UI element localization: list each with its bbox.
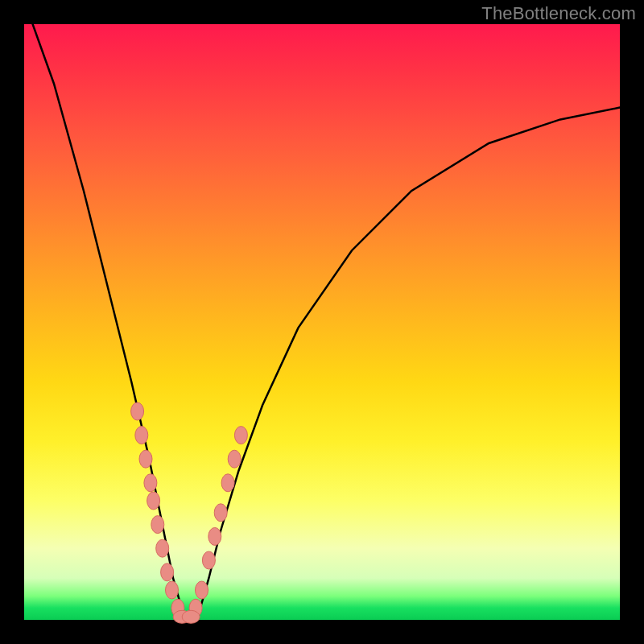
curve-marker (202, 551, 215, 569)
curve-marker (135, 427, 148, 444)
plot-area (24, 24, 620, 620)
chart-svg (24, 24, 620, 620)
curve-marker (182, 610, 200, 623)
curve-marker (234, 427, 247, 444)
curve-marker (131, 402, 144, 420)
curve-marker (156, 539, 169, 557)
curve-marker (144, 474, 157, 492)
curve-marker (151, 516, 164, 534)
chart-frame: TheBottleneck.com (0, 0, 644, 644)
curve-marker (139, 450, 152, 468)
curve-marker (166, 581, 179, 599)
curve-marker (228, 450, 241, 468)
curve-marker (196, 581, 208, 599)
curve-markers (131, 402, 248, 623)
curve-marker (221, 474, 234, 492)
curve-marker (161, 564, 174, 581)
watermark-text: TheBottleneck.com (481, 3, 636, 24)
curve-marker (208, 527, 221, 545)
curve-marker (214, 504, 227, 522)
bottleneck-curve (24, 0, 620, 620)
curve-marker (147, 492, 160, 510)
